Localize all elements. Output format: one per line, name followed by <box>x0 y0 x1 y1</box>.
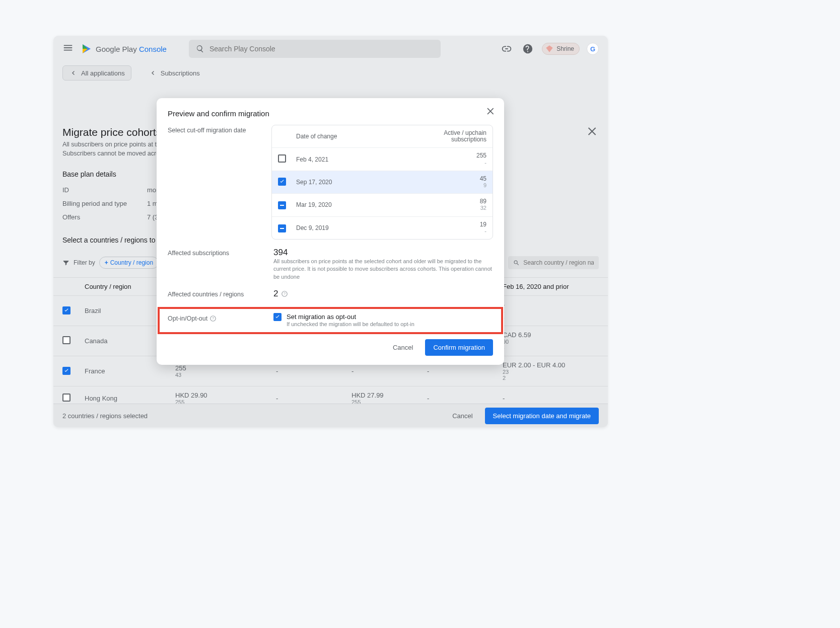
cohort-date: Sep 17, 2020 <box>296 179 411 186</box>
opt-in-opt-out-highlight: Opt-in/Opt-out ? Set migration as opt-ou… <box>158 307 503 334</box>
select-migration-date-button[interactable]: Select migration date and migrate <box>485 408 599 424</box>
selection-count: 2 countries / regions selected <box>62 412 148 420</box>
opt-note: If unchecked the migration will be defau… <box>287 321 414 328</box>
affected-countries-value: 2 <box>273 289 278 299</box>
cohort-row[interactable]: Mar 19, 2020 8932 <box>272 194 493 216</box>
affected-subs-note: All subscribers on price points at the s… <box>273 258 493 281</box>
opt-out-checkbox[interactable] <box>273 313 282 321</box>
cohort-checkbox[interactable] <box>278 223 296 232</box>
svg-line-5 <box>517 264 519 265</box>
row-checkbox[interactable] <box>62 336 85 346</box>
affected-countries-label: Affected countries / regions <box>168 289 258 299</box>
link-icon[interactable] <box>500 42 514 56</box>
kv-key: ID <box>62 186 147 194</box>
row-checkbox[interactable] <box>62 394 85 403</box>
th-active-upchain: Active / upchain subscriptions <box>411 130 486 143</box>
row-checkbox[interactable] <box>62 367 85 375</box>
help-icon[interactable]: ? <box>281 290 288 297</box>
cohort-row[interactable]: Dec 9, 2019 19- <box>272 217 493 239</box>
cancel-button[interactable]: Cancel <box>445 408 479 424</box>
opt-out-label: Set migration as opt-out <box>287 313 414 321</box>
help-icon[interactable] <box>521 42 535 56</box>
cutoff-date-label: Select cut-off migration date <box>168 125 256 240</box>
row-checkbox[interactable] <box>62 306 85 315</box>
confirm-migration-button[interactable]: Confirm migration <box>425 339 493 356</box>
cohort-checkbox[interactable] <box>278 178 296 186</box>
svg-text:?: ? <box>284 292 286 295</box>
close-icon[interactable] <box>486 106 496 116</box>
search-input[interactable] <box>209 45 434 53</box>
dialog-cancel-button[interactable]: Cancel <box>386 339 420 356</box>
close-icon[interactable] <box>587 125 599 137</box>
country-name: France <box>85 367 175 375</box>
country-region-search[interactable] <box>508 256 599 269</box>
cohort-date: Feb 4, 2021 <box>296 156 411 163</box>
cohort-checkbox[interactable] <box>278 154 296 164</box>
cohort-checkbox[interactable] <box>278 200 296 209</box>
kv-key: Offers <box>62 213 147 221</box>
svg-text:?: ? <box>212 317 214 320</box>
svg-point-4 <box>514 261 517 264</box>
help-icon[interactable]: ? <box>209 315 217 322</box>
country-name: Hong Kong <box>85 395 175 402</box>
dialog-title: Preview and confirm migration <box>168 109 493 118</box>
app-selector-chip[interactable]: Shrine <box>542 43 580 55</box>
cohort-row[interactable]: Feb 4, 2021 255- <box>272 148 493 171</box>
th-date-of-change: Date of change <box>296 133 411 140</box>
menu-icon[interactable] <box>62 42 74 55</box>
cohort-date: Mar 19, 2020 <box>296 201 411 208</box>
preview-confirm-migration-dialog: Preview and confirm migration Select cut… <box>157 98 504 365</box>
all-applications-button[interactable]: All applications <box>62 65 131 81</box>
search-play-console[interactable] <box>189 40 441 58</box>
kv-key: Billing period and type <box>62 200 147 207</box>
account-avatar[interactable]: G <box>587 43 599 55</box>
affected-subs-value: 394 <box>273 248 493 258</box>
subscriptions-breadcrumb[interactable]: Subscriptions <box>149 69 200 77</box>
cohort-row[interactable]: Sep 17, 2020 459 <box>272 171 493 194</box>
play-console-logo: Google Play Console <box>81 43 167 55</box>
affected-subs-label: Affected subscriptions <box>168 248 258 281</box>
country-region-search-input[interactable] <box>523 259 594 266</box>
filter-chip-country-region[interactable]: +Country / region <box>99 257 159 269</box>
th-prior: Feb 16, 2020 and prior <box>503 283 583 290</box>
cohort-date: Dec 9, 2019 <box>296 224 411 231</box>
filter-icon <box>62 259 69 266</box>
opt-label: Opt-in/Opt-out ? <box>168 313 258 328</box>
filter-by-label: Filter by <box>74 259 95 266</box>
svg-marker-3 <box>546 45 553 52</box>
